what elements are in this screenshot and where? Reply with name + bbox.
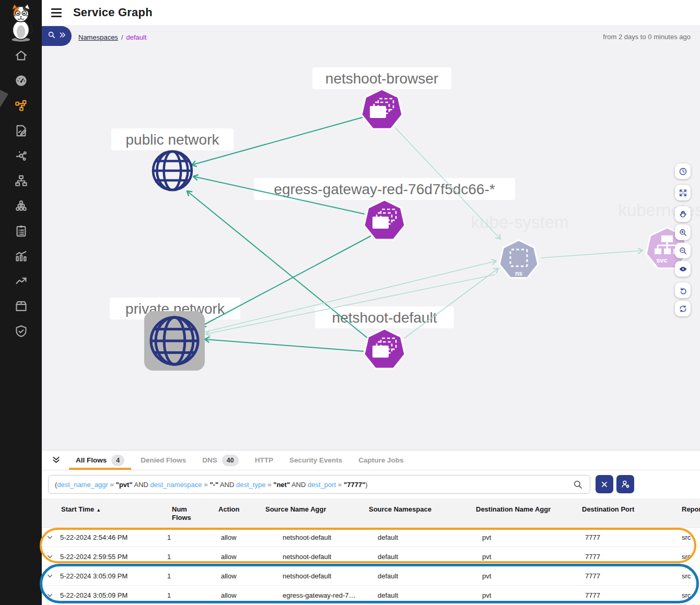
column-header-num-flows[interactable]: Num Flows <box>165 499 212 527</box>
filter-segment-op: = <box>265 481 273 489</box>
column-header-start-time[interactable]: Start Time▲ <box>57 499 165 527</box>
cell-dest_name_aggr: pvt <box>473 533 577 541</box>
row-expand-chevron-icon[interactable] <box>42 534 57 541</box>
time-icon <box>679 167 687 176</box>
graph-node-egress-gateway[interactable] <box>364 200 405 240</box>
graph-node-public-network[interactable] <box>153 151 192 190</box>
cell-source_namespace: default <box>366 533 473 541</box>
cell-start_time: 5-22-2024 3:05:09 PM <box>57 572 165 580</box>
flow-row[interactable]: 5-22-2024 3:05:09 PM1allowegress-gateway… <box>42 586 700 605</box>
sidebar-item-packages[interactable] <box>0 293 42 318</box>
refresh-button[interactable] <box>675 301 691 316</box>
flow-row[interactable]: 5-22-2024 2:54:46 PM1allownetshoot-defau… <box>42 528 700 547</box>
breadcrumb-namespaces[interactable]: Namespaces <box>78 33 118 41</box>
sidebar-item-policies[interactable] <box>0 118 42 143</box>
tab-all-flows[interactable]: All Flows4 <box>69 450 131 470</box>
svg-text:netshoot-browser: netshoot-browser <box>325 70 438 87</box>
filter-segment-op: = <box>202 481 210 489</box>
cell-start_time: 5-22-2024 2:54:46 PM <box>57 533 165 541</box>
cell-action: allow <box>212 553 261 561</box>
cell-dest_port: 7777 <box>577 553 682 561</box>
pan-icon <box>679 210 687 219</box>
undo-button[interactable] <box>675 282 691 298</box>
node-label-public-network: public network <box>111 128 234 150</box>
flow-row[interactable]: 5-22-2024 3:05:09 PM1allownetshoot-defau… <box>42 566 700 586</box>
tab-denied-flows[interactable]: Denied Flows <box>134 450 193 470</box>
tab-dns[interactable]: DNS40 <box>195 450 245 470</box>
collapse-panel-button[interactable] <box>50 450 62 470</box>
graph-node-private-network[interactable] <box>144 311 205 371</box>
fullscreen-button[interactable] <box>675 185 691 200</box>
row-expand-chevron-icon[interactable] <box>42 553 57 560</box>
flows-tabs-row: All Flows4Denied FlowsDNS40HTTPSecurity … <box>42 450 700 470</box>
clusters-icon <box>14 199 28 213</box>
cell-num_flows: 1 <box>165 533 212 541</box>
tab-capture-jobs[interactable]: Capture Jobs <box>352 450 410 470</box>
sidebar-item-dashboard[interactable] <box>0 68 42 93</box>
tab-http[interactable]: HTTP <box>248 450 280 470</box>
graph-edge[interactable] <box>205 339 364 351</box>
compliance-reports-icon <box>14 224 28 238</box>
zoom-out-button[interactable] <box>675 243 691 258</box>
calico-logo-icon[interactable] <box>6 3 36 37</box>
sidebar-item-clusters[interactable] <box>0 193 42 218</box>
row-expand-chevron-icon[interactable] <box>42 573 57 579</box>
flow-config-button[interactable] <box>616 475 634 493</box>
graph-node-netshoot-default[interactable] <box>364 329 405 369</box>
tab-security-events[interactable]: Security Events <box>283 450 349 470</box>
sidebar-item-home[interactable] <box>0 43 42 68</box>
column-header-destination-port[interactable]: Destination Port <box>577 499 682 527</box>
sidebar <box>0 0 42 605</box>
service-graph-page: Service Graph kube-systemkubernetes nets… <box>0 0 700 605</box>
flow-row[interactable]: 5-22-2024 2:59:55 PM1allownetshoot-defau… <box>42 547 700 566</box>
sidebar-item-timeline[interactable] <box>0 268 42 293</box>
column-header-source-namespace[interactable]: Source Namespace <box>366 499 473 527</box>
sidebar-item-endpoints[interactable] <box>0 143 42 168</box>
sidebar-item-statistics[interactable] <box>0 243 42 268</box>
tab-label: DNS <box>202 456 217 464</box>
flows-table-body: 5-22-2024 2:54:46 PM1allownetshoot-defau… <box>42 528 700 605</box>
tab-label: Security Events <box>289 456 342 464</box>
zoom-in-button[interactable] <box>675 224 691 240</box>
filter-search-icon[interactable] <box>573 480 583 491</box>
sidebar-item-threat-defense[interactable] <box>0 318 42 343</box>
node-label-egress-gateway: egress-gateway-red-76d7f5dc66-* <box>254 178 515 200</box>
fullscreen-icon <box>679 188 687 197</box>
threat-defense-icon <box>14 324 28 338</box>
filter-query-input[interactable]: (dest_name_aggr = "pvt" AND dest_namespa… <box>48 475 590 494</box>
visibility-icon <box>679 265 687 274</box>
svg-text:svc: svc <box>656 256 668 264</box>
sidebar-item-network-topology[interactable] <box>0 168 42 193</box>
cell-source_name_aggr: egress-gateway-red-7… <box>261 591 366 599</box>
column-header-source-name-aggr[interactable]: Source Name Aggr <box>261 499 366 527</box>
column-header-action[interactable]: Action <box>212 499 261 527</box>
flows-panel: All Flows4Denied FlowsDNS40HTTPSecurity … <box>42 450 700 605</box>
pan-button[interactable] <box>675 206 691 222</box>
graph-node-kube-system-ns[interactable]: ns <box>499 240 538 278</box>
graph-search-pill[interactable] <box>42 26 72 46</box>
node-label-netshoot-browser: netshoot-browser <box>312 67 451 89</box>
time-button[interactable] <box>675 163 691 179</box>
filter-segment-field: dest_type <box>236 481 265 489</box>
cell-dest_name_aggr: pvt <box>473 572 577 580</box>
tab-label: All Flows <box>76 456 107 464</box>
row-expand-chevron-icon[interactable] <box>42 592 57 599</box>
breadcrumb: Namespaces/default <box>78 33 147 41</box>
svg-text:egress-gateway-red-76d7f5dc66-: egress-gateway-red-76d7f5dc66-* <box>274 181 495 197</box>
clear-filter-button[interactable] <box>596 475 613 493</box>
column-header-destination-name-aggr[interactable]: Destination Name Aggr <box>473 499 577 527</box>
menu-icon[interactable] <box>51 8 62 17</box>
filter-segment-val: "net" <box>273 481 290 489</box>
service-graph-svg: kube-systemkubernetes netshoot-browser p… <box>42 25 700 450</box>
graph-canvas[interactable]: kube-systemkubernetes netshoot-browser p… <box>42 25 700 450</box>
graph-edge[interactable] <box>541 251 643 258</box>
cell-reporter: src <box>682 533 700 541</box>
graph-node-netshoot-browser[interactable] <box>361 89 402 129</box>
visibility-button[interactable] <box>675 261 691 277</box>
cell-action: allow <box>212 591 261 599</box>
column-header-reporter[interactable]: Reporter <box>682 499 700 527</box>
sidebar-item-compliance-reports[interactable] <box>0 218 42 243</box>
dashboard-icon <box>14 74 28 88</box>
statistics-icon <box>14 249 28 263</box>
filter-segment-field: dest_name_aggr <box>57 481 108 489</box>
